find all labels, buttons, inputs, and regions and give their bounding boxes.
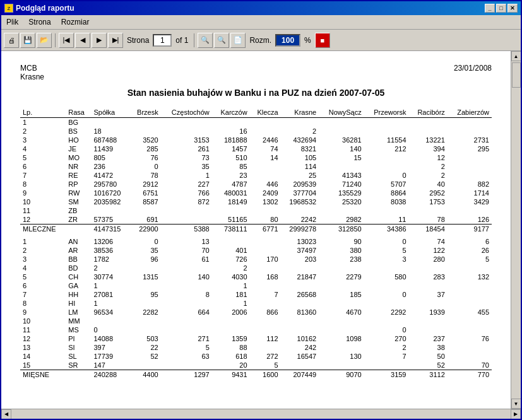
table-cell: 394 <box>409 144 448 153</box>
total-cell <box>66 225 91 234</box>
table-cell: 11 <box>20 325 66 334</box>
total-cell: 18454 <box>409 225 448 234</box>
table-cell: 4787 <box>212 180 250 189</box>
table-cell: RP <box>66 180 91 189</box>
table-cell: 4670 <box>319 308 364 317</box>
table-cell: 2 <box>281 127 319 136</box>
total-cell: 9431 <box>212 370 250 380</box>
table-cell <box>250 162 281 171</box>
maximize-button[interactable]: □ <box>496 4 506 13</box>
table-cell: 4030 <box>212 272 250 281</box>
table-cell: 4 <box>20 144 66 153</box>
table-cell: 0 <box>129 162 161 171</box>
table-cell: BD <box>66 264 91 272</box>
table-cell: 147 <box>91 361 129 370</box>
first-page-button[interactable]: |◀ <box>59 33 74 48</box>
table-cell: 7 <box>250 290 281 299</box>
table-cell <box>364 264 409 272</box>
title-bar: Z Podgląd raportu _ □ ✕ <box>1 1 521 15</box>
zoom-input[interactable] <box>275 34 300 47</box>
table-cell: 13221 <box>409 136 448 144</box>
table-cell: 8 <box>20 299 66 308</box>
table-cell <box>281 118 319 127</box>
total-cell: 9177 <box>448 225 492 234</box>
next-page-button[interactable]: ▶ <box>92 33 107 48</box>
table-cell <box>250 237 281 246</box>
open-button[interactable]: 📂 <box>37 33 52 48</box>
close-button[interactable]: ✕ <box>507 4 518 13</box>
table-cell: BB <box>66 255 91 264</box>
table-cell: 377704 <box>281 189 319 197</box>
table-cell: 6 <box>448 237 492 246</box>
total-cell: 6771 <box>250 225 281 234</box>
last-page-button[interactable]: ▶| <box>108 33 123 48</box>
scroll-thumb[interactable] <box>512 62 521 88</box>
table-cell: 882 <box>448 180 492 189</box>
fit-page-button[interactable]: 📄 <box>230 33 246 48</box>
table-cell: 0 <box>91 325 129 334</box>
scroll-up-arrow[interactable]: ▲ <box>511 51 521 61</box>
zoom-out-button[interactable]: 🔍 <box>214 33 229 48</box>
table-cell <box>319 162 364 171</box>
table-cell <box>250 281 281 290</box>
table-cell <box>409 317 448 325</box>
table-cell: 618 <box>212 352 250 361</box>
page-input[interactable] <box>153 34 172 47</box>
table-cell <box>448 352 492 361</box>
table-cell: 0 <box>129 237 161 246</box>
save-button[interactable]: 💾 <box>20 33 35 48</box>
table-cell <box>161 206 212 215</box>
col-brzesk: Brzesk <box>129 107 161 118</box>
table-cell: 52 <box>409 361 448 370</box>
table-cell: 2 <box>91 264 129 272</box>
table-cell: 140 <box>319 144 364 153</box>
zoom-in-button[interactable]: 🔍 <box>198 33 213 48</box>
vertical-scrollbar[interactable]: ▲ ▼ <box>511 51 521 409</box>
table-row: 12PI14088503271135911210162109827023776 <box>20 334 492 343</box>
table-row: 6NR236035851142 <box>20 162 492 171</box>
table-cell: 51165 <box>212 215 250 225</box>
total-cell: 770 <box>448 370 492 380</box>
table-cell <box>250 127 281 136</box>
table-cell: 0 <box>364 171 409 180</box>
total-cell: 22900 <box>129 225 161 234</box>
table-cell <box>250 118 281 127</box>
table-row: 11ZB <box>20 206 492 215</box>
table-cell: 6751 <box>129 189 161 197</box>
percent-label: % <box>302 36 314 45</box>
table-cell <box>281 206 319 215</box>
scroll-left-arrow[interactable]: ◀ <box>1 409 11 419</box>
table-cell <box>319 361 364 370</box>
table-cell: 2279 <box>319 272 364 281</box>
table-cell: 227 <box>161 180 212 189</box>
table-cell <box>161 264 212 272</box>
stop-button[interactable]: ■ <box>315 33 330 48</box>
scroll-right-arrow[interactable]: ▶ <box>511 409 521 419</box>
table-cell: 2 <box>409 171 448 180</box>
table-cell: HO <box>66 136 91 144</box>
table-cell: SL <box>66 352 91 361</box>
table-cell <box>448 264 492 272</box>
prev-page-button[interactable]: ◀ <box>75 33 90 48</box>
table-cell: 8 <box>20 180 66 189</box>
table-cell <box>250 206 281 215</box>
table-cell: 5 <box>448 255 492 264</box>
window-controls[interactable]: _ □ ✕ <box>485 4 518 13</box>
minimize-button[interactable]: _ <box>485 4 495 13</box>
print-button[interactable]: 🖨 <box>4 33 19 48</box>
table-cell: 3153 <box>161 136 212 144</box>
table-cell: 2242 <box>281 215 319 225</box>
table-cell: ZR <box>66 215 91 225</box>
menu-rozmiar[interactable]: Rozmiar <box>56 16 95 28</box>
col-klecza: Klecza <box>250 107 281 118</box>
menu-plik[interactable]: Plik <box>1 16 23 28</box>
table-cell <box>319 118 364 127</box>
horizontal-scrollbar[interactable]: ◀ ▶ <box>1 409 521 419</box>
menu-strona[interactable]: Strona <box>23 16 56 28</box>
table-cell: 13 <box>161 237 212 246</box>
table-cell: 185 <box>319 290 364 299</box>
table-cell: 5707 <box>364 180 409 189</box>
table-cell <box>281 361 319 370</box>
table-cell: 76 <box>129 153 161 162</box>
scroll-down-arrow[interactable]: ▼ <box>511 399 521 409</box>
